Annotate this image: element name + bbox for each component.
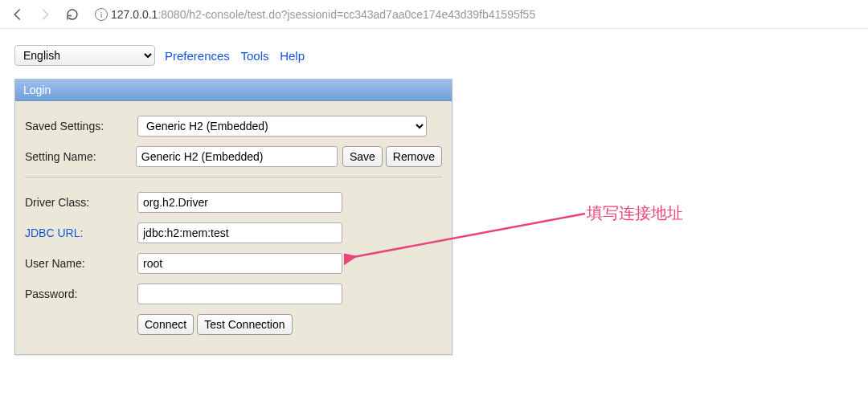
link-bar: Preferences Tools Help [165,49,313,63]
action-row: Connect Test Connection [25,314,442,335]
saved-settings-label: Saved Settings: [25,120,137,133]
driver-row: Driver Class: [25,192,442,213]
jdbc-url-input[interactable] [137,222,342,243]
test-connection-button[interactable]: Test Connection [197,314,292,335]
password-label: Password: [25,288,137,300]
url-host: 127.0.0.1 [111,8,158,21]
help-link[interactable]: Help [280,49,305,63]
remove-button[interactable]: Remove [386,146,442,167]
setting-name-label: Setting Name: [25,150,136,163]
top-toolbar: English Preferences Tools Help [14,45,854,66]
url-path: :8080/h2-console/test.do?jsessionid=cc34… [158,8,535,21]
page-content: English Preferences Tools Help Login Sav… [0,29,868,355]
save-button[interactable]: Save [342,146,383,167]
forward-button[interactable] [35,5,55,24]
tools-link[interactable]: Tools [241,49,269,63]
user-label: User Name: [25,257,137,270]
password-input[interactable] [137,284,342,304]
separator [25,177,442,177]
connect-button[interactable]: Connect [137,314,194,335]
driver-input[interactable] [137,192,342,213]
password-row: Password: [25,284,442,304]
back-button[interactable] [8,5,27,24]
jdbc-row: JDBC URL: [25,222,442,243]
saved-settings-row: Saved Settings: Generic H2 (Embedded) [25,116,442,137]
user-row: User Name: [25,253,442,274]
panel-title: Login [15,80,452,101]
setting-name-row: Setting Name: Save Remove [25,146,442,167]
jdbc-label[interactable]: JDBC URL: [25,226,137,239]
saved-settings-select[interactable]: Generic H2 (Embedded) [137,116,427,137]
driver-label: Driver Class: [25,196,137,209]
preferences-link[interactable]: Preferences [165,49,230,63]
browser-toolbar: i 127.0.0.1:8080/h2-console/test.do?jses… [0,0,868,29]
login-panel: Login Saved Settings: Generic H2 (Embedd… [14,79,452,355]
reload-button[interactable] [63,5,82,24]
language-select[interactable]: English [14,45,155,66]
info-icon: i [95,8,108,21]
address-bar[interactable]: i 127.0.0.1:8080/h2-console/test.do?jses… [90,8,860,21]
user-input[interactable] [137,253,342,274]
setting-name-input[interactable] [136,146,338,167]
panel-body: Saved Settings: Generic H2 (Embedded) Se… [15,101,452,354]
